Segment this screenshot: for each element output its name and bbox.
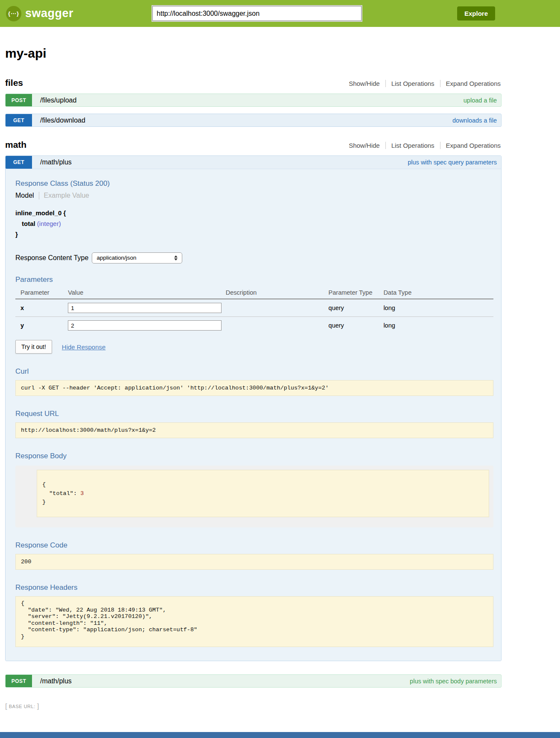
- param-name: x: [15, 299, 68, 317]
- explore-button[interactable]: Explore: [457, 6, 495, 20]
- property-type: (integer): [35, 220, 61, 227]
- files-section-title: files: [5, 78, 23, 88]
- op-summary-link[interactable]: plus with spec query parameters: [408, 159, 497, 166]
- curl-command: curl -X GET --header 'Accept: applicatio…: [15, 380, 493, 396]
- math-section-title: math: [5, 140, 26, 150]
- math-section-header: math Show/Hide List Operations Expand Op…: [5, 140, 502, 150]
- files-section-header: files Show/Hide List Operations Expand O…: [5, 78, 502, 88]
- response-headers-json: { "date": "Wed, 22 Aug 2018 18:49:13 GMT…: [15, 596, 493, 647]
- param-y-value-input[interactable]: [68, 320, 222, 331]
- base-url-label: BASE URL:: [9, 704, 35, 709]
- model-tabs: Model Example Value: [15, 192, 493, 199]
- tab-example-value[interactable]: Example Value: [39, 192, 89, 199]
- op-math-plus-post[interactable]: POST /math/plus plus with spec body para…: [5, 674, 502, 688]
- col-value: Value: [68, 287, 226, 299]
- op-path-link[interactable]: /math/plus: [40, 677, 72, 685]
- col-parameter: Parameter: [15, 287, 68, 299]
- list-operations-link[interactable]: List Operations: [385, 80, 440, 87]
- op-path-link[interactable]: /math/plus: [40, 158, 72, 166]
- param-description: [226, 317, 329, 334]
- op-path-link[interactable]: /files/upload: [40, 97, 76, 104]
- show-hide-link[interactable]: Show/Hide: [343, 80, 385, 87]
- spec-url-input[interactable]: [152, 6, 362, 21]
- param-x-value-input[interactable]: [68, 303, 222, 313]
- top-bar: {⋯} swagger Explore: [0, 0, 560, 27]
- op-expanded-content: Response Class (Status 200) Model Exampl…: [6, 169, 501, 661]
- param-data-type: long: [383, 299, 493, 317]
- math-section-controls: Show/Hide List Operations Expand Operati…: [343, 142, 502, 149]
- list-operations-link[interactable]: List Operations: [385, 142, 440, 149]
- response-headers-heading: Response Headers: [15, 583, 493, 592]
- param-data-type: long: [383, 317, 493, 334]
- response-content-type-row: Response Content Type application/json: [15, 252, 493, 264]
- expand-operations-link[interactable]: Expand Operations: [440, 142, 502, 149]
- op-files-upload[interactable]: POST /files/upload upload a file: [5, 94, 502, 107]
- param-row-x: x query long: [15, 299, 493, 317]
- try-row: Try it out! Hide Response: [15, 340, 493, 354]
- response-content-type-label: Response Content Type: [15, 254, 88, 262]
- response-body-container: { "total": 3 }: [15, 466, 493, 527]
- hide-response-link[interactable]: Hide Response: [62, 343, 106, 351]
- param-type: query: [329, 317, 384, 334]
- get-method-badge[interactable]: GET: [6, 114, 32, 126]
- bracket-close: ]: [37, 702, 39, 711]
- op-path-link[interactable]: /files/download: [40, 117, 85, 124]
- param-description: [226, 299, 329, 317]
- expand-operations-link[interactable]: Expand Operations: [440, 80, 502, 87]
- op-summary-link[interactable]: plus with spec body parameters: [410, 678, 497, 685]
- base-url-footer: [ BASE URL: ]: [5, 702, 502, 711]
- json-text: { "total":: [42, 481, 80, 496]
- api-title: my-api: [5, 46, 502, 61]
- post-method-badge[interactable]: POST: [6, 94, 32, 106]
- tab-model[interactable]: Model: [15, 192, 39, 199]
- response-class-heading: Response Class (Status 200): [15, 179, 493, 188]
- files-section-controls: Show/Hide List Operations Expand Operati…: [343, 80, 502, 87]
- selected-content-type: application/json: [96, 255, 136, 261]
- swagger-brand[interactable]: {⋯} swagger: [6, 6, 73, 21]
- col-parameter-type: Parameter Type: [329, 287, 384, 299]
- model-close-line: }: [15, 229, 493, 240]
- json-text: }: [42, 499, 46, 505]
- param-row-y: y query long: [15, 317, 493, 334]
- post-method-badge[interactable]: POST: [6, 675, 32, 687]
- op-summary-link[interactable]: upload a file: [464, 97, 497, 104]
- op-math-plus-get-expanded: GET /math/plus plus with spec query para…: [5, 155, 502, 661]
- model-signature: inline_model_0 { total (integer) }: [15, 208, 493, 240]
- show-hide-link[interactable]: Show/Hide: [343, 142, 385, 149]
- response-body-json: { "total": 3 }: [37, 470, 489, 517]
- swagger-logo-icon: {⋯}: [6, 6, 21, 21]
- response-code-value: 200: [15, 554, 493, 570]
- parameters-heading: Parameters: [15, 275, 493, 284]
- response-body-heading: Response Body: [15, 452, 493, 460]
- main-content: my-api files Show/Hide List Operations E…: [5, 27, 502, 717]
- bracket-open: [: [5, 702, 7, 711]
- op-math-plus-get-row[interactable]: GET /math/plus plus with spec query para…: [6, 156, 501, 169]
- brand-name: swagger: [25, 7, 73, 20]
- parameters-table: Parameter Value Description Parameter Ty…: [15, 287, 493, 334]
- page-spacer: [0, 717, 560, 723]
- model-property-line: total (integer): [15, 219, 493, 229]
- json-number-value: 3: [80, 490, 84, 497]
- request-url-value: http://localhost:3000/math/plus?x=1&y=2: [15, 422, 493, 438]
- param-type: query: [329, 299, 384, 317]
- col-description: Description: [226, 287, 329, 299]
- get-method-badge[interactable]: GET: [6, 156, 32, 169]
- curl-heading: Curl: [15, 367, 493, 376]
- response-code-heading: Response Code: [15, 541, 493, 550]
- op-summary-link[interactable]: downloads a file: [452, 117, 497, 124]
- request-url-heading: Request URL: [15, 410, 493, 418]
- col-data-type: Data Type: [383, 287, 493, 299]
- model-open-line: inline_model_0 {: [15, 208, 493, 219]
- try-it-out-button[interactable]: Try it out!: [15, 340, 52, 354]
- op-files-download[interactable]: GET /files/download downloads a file: [5, 114, 502, 127]
- param-name: y: [15, 317, 68, 334]
- chevron-updown-icon: [174, 255, 178, 261]
- property-name: total: [22, 220, 35, 227]
- bottom-bar: [0, 732, 560, 738]
- response-content-type-select[interactable]: application/json: [92, 252, 182, 264]
